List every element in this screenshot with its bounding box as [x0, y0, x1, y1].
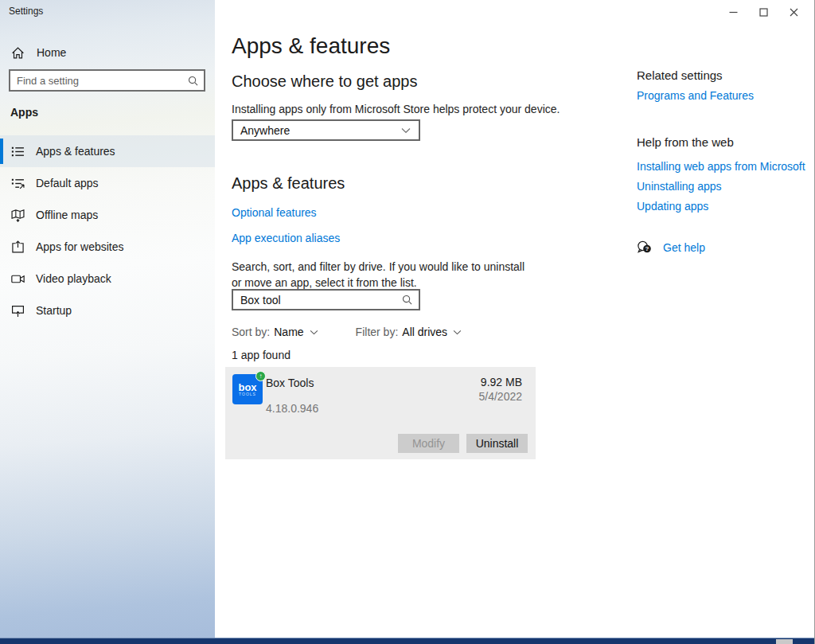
sidebar-item-video-playback[interactable]: Video playback [0, 263, 215, 295]
sidebar-nav: Apps & features Default apps Offline map… [0, 135, 215, 326]
installing-web-apps-link[interactable]: Installing web apps from Microsoft [637, 160, 809, 173]
bottom-edge-notch [776, 639, 793, 644]
window-title: Settings [9, 6, 43, 17]
sidebar-item-apps-for-websites[interactable]: Apps for websites [0, 231, 215, 263]
search-icon [402, 295, 412, 305]
optional-features-link[interactable]: Optional features [232, 206, 317, 219]
page-title: Apps & features [232, 33, 390, 59]
app-name: Box Tools [266, 377, 314, 389]
default-apps-icon [11, 177, 25, 190]
app-size: 9.92 MB [481, 376, 522, 388]
app-list-item-box-tools[interactable]: box TOOLS ↑ Box Tools 4.18.0.946 9.92 MB… [225, 367, 536, 459]
help-from-web-heading: Help from the web [637, 135, 809, 149]
chevron-down-icon[interactable] [453, 330, 462, 335]
settings-window: Settings Home Apps Apps & features [0, 0, 815, 644]
updating-apps-link[interactable]: Updating apps [637, 200, 809, 213]
choose-where-description: Installing apps only from Microsoft Stor… [232, 103, 560, 115]
app-source-dropdown[interactable]: Anywhere [232, 119, 420, 141]
related-settings-panel: Related settings Programs and Features H… [637, 68, 809, 255]
sidebar-item-label: Default apps [36, 177, 99, 189]
modify-button[interactable]: Modify [398, 434, 459, 453]
search-sort-description: Search, sort, and filter by drive. If yo… [232, 259, 536, 291]
sidebar-item-label: Offline maps [36, 209, 98, 221]
find-setting-search[interactable] [9, 69, 205, 92]
get-help-row[interactable]: ? Get help [637, 240, 809, 255]
filter-by-value[interactable]: All drives [402, 326, 447, 338]
search-icon [188, 76, 198, 86]
sidebar-section-apps: Apps [10, 106, 38, 119]
close-button[interactable] [778, 3, 809, 21]
help-links: Installing web apps from Microsoft Unins… [637, 160, 809, 213]
sort-filter-bar: Sort by: Name Filter by: All drives [232, 326, 462, 338]
box-tools-app-icon: box TOOLS ↑ [232, 374, 263, 404]
update-badge-icon: ↑ [255, 371, 266, 381]
window-bottom-edge [0, 638, 815, 644]
sidebar-item-label: Video playback [36, 272, 111, 285]
startup-icon [11, 304, 25, 318]
app-execution-aliases-link[interactable]: App execution aliases [232, 232, 340, 244]
choose-where-heading: Choose where to get apps [232, 72, 418, 91]
sidebar-item-startup[interactable]: Startup [0, 295, 215, 326]
related-settings-heading: Related settings [637, 68, 809, 82]
app-list-search-input[interactable] [233, 294, 402, 306]
result-count: 1 app found [232, 349, 291, 361]
svg-text:?: ? [645, 245, 649, 252]
uninstalling-apps-link[interactable]: Uninstalling apps [637, 180, 809, 193]
app-version: 4.18.0.946 [266, 402, 318, 415]
apps-features-list-icon [11, 145, 25, 158]
get-help-link[interactable]: Get help [663, 241, 705, 254]
offline-maps-icon [11, 209, 25, 222]
home-icon [11, 46, 25, 60]
uninstall-button[interactable]: Uninstall [466, 434, 528, 453]
sidebar-item-label: Home [37, 46, 66, 59]
maximize-button[interactable] [748, 3, 778, 21]
sidebar-item-apps-features[interactable]: Apps & features [0, 135, 215, 167]
apps-for-websites-icon [11, 240, 25, 254]
sidebar-item-default-apps[interactable]: Default apps [0, 167, 215, 199]
sidebar-item-label: Apps for websites [36, 240, 124, 253]
chevron-down-icon [401, 127, 411, 134]
sidebar-item-offline-maps[interactable]: Offline maps [0, 199, 215, 231]
app-action-buttons: Modify Uninstall [398, 434, 528, 453]
sidebar: Settings Home Apps Apps & features [0, 0, 215, 638]
video-playback-icon [11, 272, 25, 286]
app-list-search[interactable] [232, 289, 420, 310]
chevron-down-icon[interactable] [310, 330, 318, 335]
minimize-button[interactable] [718, 3, 748, 21]
sidebar-item-home[interactable]: Home [0, 39, 215, 66]
sort-by-label: Sort by: [232, 326, 270, 338]
sort-by-value[interactable]: Name [274, 326, 303, 338]
window-controls [718, 3, 809, 21]
sidebar-item-label: Apps & features [36, 145, 115, 158]
apps-features-heading: Apps & features [232, 174, 345, 193]
app-install-date: 5/4/2022 [479, 390, 523, 403]
app-source-dropdown-value: Anywhere [233, 124, 401, 137]
sidebar-item-label: Startup [36, 304, 72, 317]
filter-by-label: Filter by: [356, 326, 399, 338]
get-help-icon: ? [637, 240, 653, 255]
find-setting-input[interactable] [10, 75, 188, 87]
programs-and-features-link[interactable]: Programs and Features [637, 89, 809, 102]
